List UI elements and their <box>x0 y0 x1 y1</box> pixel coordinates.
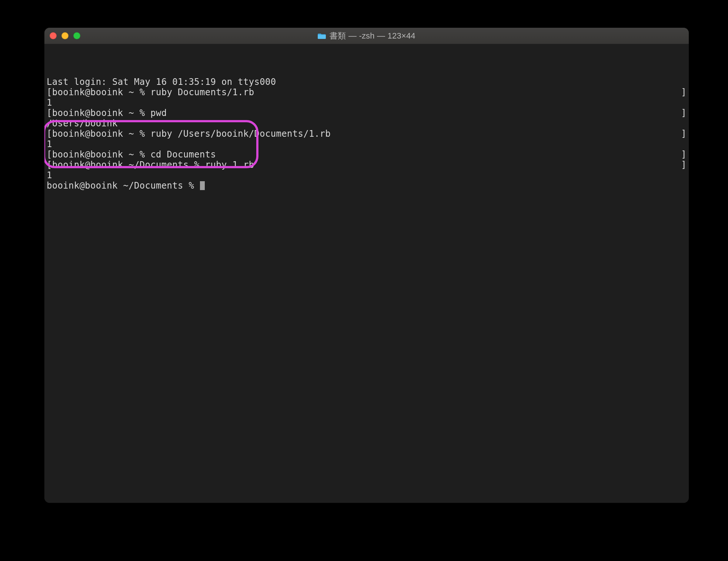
window-titlebar[interactable]: 書類 — -zsh — 123×44 <box>44 28 689 44</box>
terminal-line: Last login: Sat May 16 01:35:19 on ttys0… <box>47 77 687 87</box>
close-button[interactable] <box>50 32 57 39</box>
terminal-line: [booink@booink ~/Documents % ruby 1.rb] <box>47 160 687 170</box>
terminal-line: [booink@booink ~ % ruby /Users/booink/Do… <box>47 129 687 139</box>
traffic-lights <box>50 32 80 39</box>
terminal-line: [booink@booink ~ % pwd] <box>47 108 687 118</box>
terminal-line: 1 <box>47 170 687 180</box>
terminal-line-left: 1 <box>47 139 52 149</box>
titlebar-center: 書類 — -zsh — 123×44 <box>44 30 689 42</box>
terminal-cursor <box>200 181 205 190</box>
terminal-window: 書類 — -zsh — 123×44 Last login: Sat May 1… <box>44 28 689 503</box>
terminal-line-right: ] <box>681 87 687 97</box>
terminal-line-right: ] <box>681 160 687 170</box>
terminal-line-left: booink@booink ~/Documents % <box>47 180 205 191</box>
zoom-button[interactable] <box>73 32 80 39</box>
terminal-line-right: ] <box>681 129 687 139</box>
terminal-line: 1 <box>47 139 687 149</box>
terminal-viewport[interactable]: Last login: Sat May 16 01:35:19 on ttys0… <box>44 44 689 503</box>
window-title: 書類 — -zsh — 123×44 <box>330 30 415 42</box>
terminal-line-left: 1 <box>47 170 52 180</box>
screenshot-stage: 書類 — -zsh — 123×44 Last login: Sat May 1… <box>0 0 728 561</box>
terminal-line-left: [booink@booink ~ % ruby Documents/1.rb <box>47 87 254 97</box>
terminal-line-right: ] <box>681 149 687 160</box>
terminal-line: /Users/booink <box>47 118 687 129</box>
terminal-line-left: [booink@booink ~ % cd Documents <box>47 149 216 160</box>
terminal-line: 1 <box>47 97 687 108</box>
terminal-line-left: 1 <box>47 97 52 108</box>
terminal-line: [booink@booink ~ % ruby Documents/1.rb] <box>47 87 687 97</box>
terminal-line: [booink@booink ~ % cd Documents] <box>47 149 687 160</box>
terminal-line-left: [booink@booink ~ % ruby /Users/booink/Do… <box>47 129 331 139</box>
minimize-button[interactable] <box>61 32 69 39</box>
terminal-line-left: [booink@booink ~/Documents % ruby 1.rb <box>47 160 254 170</box>
terminal-line-right: ] <box>681 108 687 118</box>
folder-icon <box>318 33 326 39</box>
terminal-line-left: /Users/booink <box>47 118 118 129</box>
terminal-line-left: [booink@booink ~ % pwd <box>47 108 167 118</box>
terminal-line: booink@booink ~/Documents % <box>47 180 687 191</box>
terminal-line-left: Last login: Sat May 16 01:35:19 on ttys0… <box>47 77 276 87</box>
